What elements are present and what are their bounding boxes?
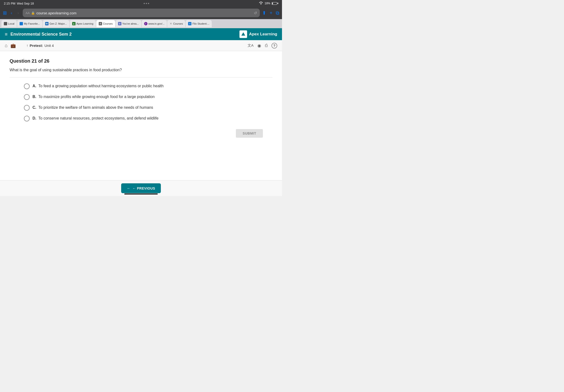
breadcrumb: ↑ Pretest: Unit 4 (26, 43, 54, 48)
status-bar: 2:15 PM Wed Sep 18 18% (0, 0, 282, 7)
tab-genz[interactable]: BI Gen Z: Major... (43, 20, 69, 27)
option-c[interactable]: C. To prioritize the welfare of farm ani… (24, 105, 273, 111)
font-size-control[interactable]: AA (26, 11, 30, 15)
lock-icon: 🔒 (31, 11, 35, 15)
submit-row: SUBMIT (10, 129, 273, 138)
hamburger-menu-icon[interactable]: ≡ (5, 31, 8, 37)
wifi-icon (259, 1, 263, 5)
toolbar: ⌂ 💼 ↑ Pretest: Unit 4 文A ◉ ⎙ ? (0, 40, 282, 51)
dot1 (144, 3, 145, 4)
tab-filo[interactable]: Fi Filo Student:... (186, 20, 212, 27)
tab-youve[interactable]: ⊞ You've alrea... (116, 20, 141, 27)
tab-ingov[interactable]: D www.in.gov/... (142, 20, 167, 27)
back-button[interactable]: ‹ (9, 10, 14, 16)
tab-courses-x[interactable]: ✕ Courses (167, 20, 185, 27)
browser-actions: ⬆ + ⧉ (262, 10, 279, 16)
tab-favicon-youve: ⊞ (118, 22, 121, 25)
tab-label-ingov: www.in.gov/... (148, 22, 165, 25)
bottom-bar: ← ← PREVIOUS (0, 180, 282, 196)
course-title: Environmental Science Sem 2 (11, 32, 72, 37)
url-text: course.apexlearning.com (36, 11, 76, 15)
sidebar-toggle-icon[interactable]: ⊞ (3, 10, 7, 16)
option-d[interactable]: D. To conserve natural resources, protec… (24, 115, 273, 121)
breadcrumb-value: Unit 4 (44, 43, 54, 48)
help-icon[interactable]: ? (272, 43, 277, 49)
tab-favicon-ingov: D (144, 22, 148, 25)
option-c-letter: C. (32, 105, 36, 110)
question-header: Question 21 of 26 (10, 58, 273, 64)
home-icon[interactable]: ⌂ (5, 43, 8, 48)
dot2 (146, 3, 147, 4)
briefcase-icon[interactable]: 💼 (11, 43, 16, 48)
tab-apex[interactable]: ▲ Apex Learning (70, 20, 96, 27)
prev-arrow-icon: ← (127, 186, 131, 190)
radio-c[interactable] (24, 105, 30, 111)
option-d-label: D. To conserve natural resources, protec… (32, 115, 158, 121)
question-text: What is the goal of using sustainable pr… (10, 67, 273, 73)
tab-favorites[interactable]: My Favorite... (17, 20, 42, 27)
previous-button[interactable]: ← ← PREVIOUS (121, 183, 161, 193)
option-b-label: B. To maximize profits while growing eno… (32, 94, 155, 100)
refresh-icon[interactable]: ↺ (254, 11, 257, 15)
main-content: Question 21 of 26 What is the goal of us… (0, 51, 282, 154)
browser-chrome: ⊞ ‹ › AA 🔒 course.apexlearning.com ↺ ⬆ +… (0, 7, 282, 19)
svg-marker-0 (241, 32, 245, 36)
answer-options: A. To feed a growing population without … (10, 83, 273, 121)
new-tab-icon[interactable]: + (270, 10, 273, 16)
submit-button[interactable]: SUBMIT (236, 129, 263, 138)
tab-switcher-icon[interactable]: ⧉ (276, 10, 279, 16)
date: Wed Sep 18 (17, 2, 34, 5)
radio-a[interactable] (24, 84, 30, 89)
tab-label-local: Local (8, 22, 14, 25)
apex-logo: Apex Learning (239, 30, 277, 38)
tab-label-youve: You've alrea... (122, 22, 139, 25)
app-header: ≡ Environmental Science Sem 2 Apex Learn… (0, 28, 282, 40)
battery-indicator (272, 2, 278, 5)
option-a-label: A. To feed a growing population without … (32, 83, 164, 89)
translate-icon[interactable]: 文A (248, 43, 254, 48)
content-area: Question 21 of 26 What is the goal of us… (0, 51, 282, 180)
time: 2:15 PM (4, 2, 15, 5)
tab-close-icon[interactable]: ✕ (170, 22, 172, 25)
tab-favicon-favorites (20, 22, 23, 25)
toolbar-right: 文A ◉ ⎙ ? (248, 43, 277, 49)
option-b-letter: B. (32, 95, 36, 99)
option-d-letter: D. (32, 116, 36, 120)
tab-favicon-apex: ▲ (72, 22, 76, 25)
tab-label-apex: Apex Learning (76, 22, 94, 25)
radio-d[interactable] (24, 116, 30, 121)
tab-label-genz: Gen Z: Major... (49, 22, 67, 25)
radio-b[interactable] (24, 94, 30, 100)
tab-label-courses-x: Courses (173, 22, 183, 25)
tab-favicon-genz: BI (45, 22, 49, 25)
brand-name: Apex Learning (249, 32, 277, 37)
tab-favicon-local (4, 22, 7, 25)
tab-courses-active[interactable]: A Courses (96, 20, 115, 27)
option-b[interactable]: B. To maximize profits while growing eno… (24, 94, 273, 100)
battery-percent: 18% (264, 2, 270, 5)
forward-button[interactable]: › (16, 10, 20, 16)
tab-label-filo: Filo Student:... (193, 22, 209, 25)
tab-label-courses-a: Courses (103, 22, 113, 25)
tab-favicon-filo: Fi (188, 22, 192, 25)
print-icon[interactable]: ⎙ (265, 43, 268, 48)
option-a-letter: A. (32, 84, 36, 88)
home-indicator (124, 193, 158, 195)
option-c-label: C. To prioritize the welfare of farm ani… (32, 105, 153, 111)
tab-label-favorites: My Favorite... (24, 22, 40, 25)
prev-label: ← PREVIOUS (132, 186, 155, 190)
tab-bar: Local My Favorite... BI Gen Z: Major... … (0, 19, 282, 28)
speaker-icon[interactable]: ◉ (257, 43, 261, 48)
breadcrumb-label: Pretest: (30, 43, 43, 48)
option-a[interactable]: A. To feed a growing population without … (24, 83, 273, 89)
tab-favicon-courses-a: A (99, 22, 102, 25)
divider (10, 77, 273, 77)
breadcrumb-up-arrow: ↑ (26, 43, 28, 48)
dot3 (148, 3, 149, 4)
share-icon[interactable]: ⬆ (262, 10, 266, 16)
apex-logo-icon (239, 30, 247, 38)
address-bar[interactable]: AA 🔒 course.apexlearning.com ↺ (23, 9, 260, 17)
tab-local[interactable]: Local (1, 20, 17, 27)
